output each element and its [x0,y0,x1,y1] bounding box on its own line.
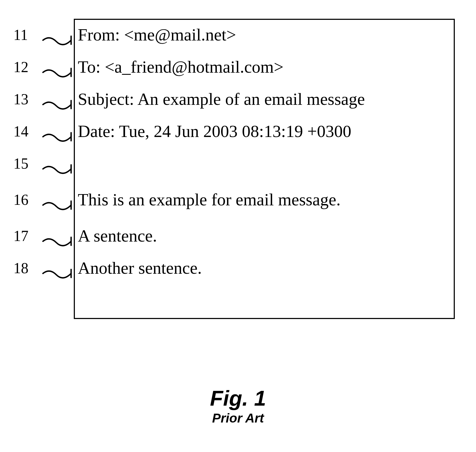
email-blank-line [72,154,82,173]
callout-connector [43,123,72,139]
row-to: 12 To: <a_friend@hotmail.com> [11,51,365,83]
caption-subtitle: Prior Art [0,411,476,425]
callout-number-11: 11 [11,26,43,43]
callout-connector [43,228,72,244]
callout-connector [43,192,72,208]
callout-number-13: 13 [11,91,43,108]
caption-title: Fig. 1 [0,386,476,411]
callout-connector [43,91,72,107]
email-body-line-3: Another sentence. [72,258,202,278]
email-body-line-2: A sentence. [72,226,157,246]
lead-line-icon [43,192,72,224]
callout-number-15: 15 [11,155,43,172]
callout-number-17: 17 [11,227,43,244]
row-date: 14 Date: Tue, 24 Jun 2003 08:13:19 +0300 [11,115,365,147]
callout-number-16: 16 [11,191,43,208]
figure-caption: Fig. 1 Prior Art [0,386,476,425]
email-subject-line: Subject: An example of an email message [72,89,365,109]
email-from-line: From: <me@mail.net> [72,25,236,45]
row-body3: 18 Another sentence. [11,252,365,284]
callout-number-18: 18 [11,260,43,277]
callout-connector [43,59,72,75]
row-blank: 15 [11,147,365,180]
email-body-line-1: This is an example for email message. [72,190,340,210]
callout-number-12: 12 [11,58,43,76]
email-date-line: Date: Tue, 24 Jun 2003 08:13:19 +0300 [72,121,351,141]
callout-connector [43,155,72,172]
row-body1: 16 This is an example for email message. [11,180,365,220]
callout-connector [43,260,72,276]
email-to-line: To: <a_friend@hotmail.com> [72,57,283,77]
row-subject: 13 Subject: An example of an email messa… [11,83,365,115]
annotated-rows: 11 From: <me@mail.net> 12 To: <a_friend@… [11,19,365,284]
callout-number-14: 14 [11,123,43,140]
row-body2: 17 A sentence. [11,220,365,252]
callout-connector [43,27,72,43]
row-from: 11 From: <me@mail.net> [11,19,365,51]
lead-line-icon [43,260,72,292]
